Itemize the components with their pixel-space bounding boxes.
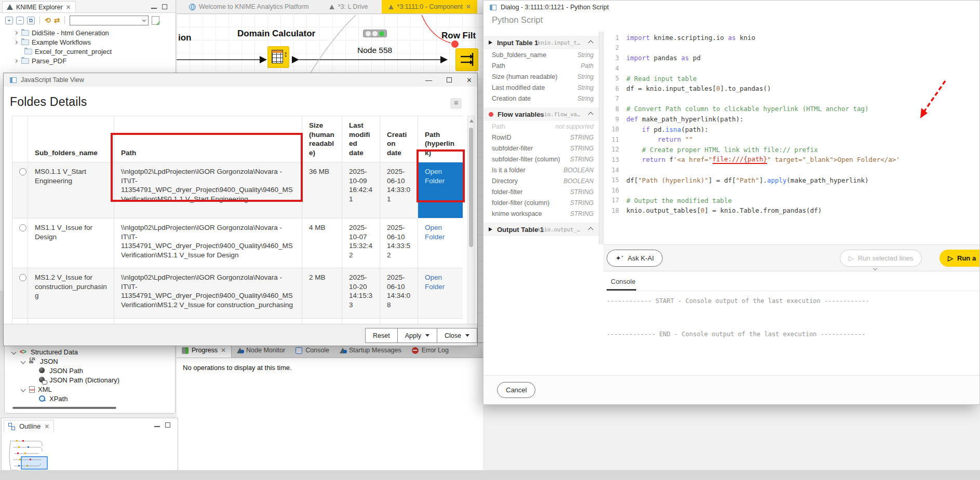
variable-row[interactable]: folder-filterSTRING xyxy=(484,186,599,197)
variable-row[interactable]: knime workspaceSTRING xyxy=(484,208,599,219)
open-folder-link[interactable]: Open Folder xyxy=(425,168,445,185)
chevron-up-icon[interactable] xyxy=(588,227,594,232)
ask-kai-button[interactable]: ✦+ Ask K-AI xyxy=(607,250,663,267)
variable-row[interactable]: Is it a folderBOOLEAN xyxy=(484,164,599,175)
close-icon[interactable]: ✕ xyxy=(466,3,471,10)
collapse-all-icon[interactable]: ⧉ xyxy=(27,17,35,24)
column-header[interactable]: Creation date xyxy=(380,116,418,162)
refresh-icon[interactable]: ⟲ xyxy=(45,16,51,24)
variable-row[interactable]: Last modified dateString xyxy=(484,82,599,93)
horizontal-scrollbar[interactable] xyxy=(12,407,116,409)
repo-tree-item[interactable]: XPath xyxy=(5,394,175,403)
code-editor[interactable]: 1import knime.scripting.io as knio23impo… xyxy=(603,33,980,244)
repo-tree-item[interactable]: {JSONJSON xyxy=(5,356,175,366)
window-icon xyxy=(10,77,17,83)
repo-tree-item[interactable]: XML xyxy=(5,385,175,394)
editor-tab[interactable]: *3:1111:0 - Component✕ xyxy=(382,0,478,13)
variable-row[interactable]: folder-filter (column)STRING xyxy=(484,197,599,208)
domain-calculator-node[interactable]: ↕ xyxy=(267,46,289,68)
close-icon[interactable]: ✕ xyxy=(466,76,472,84)
close-icon[interactable]: ✕ xyxy=(44,423,49,430)
variable-row[interactable]: subfolder-filter (column)STRING xyxy=(484,154,599,164)
repo-tree-item[interactable]: JSON Path (Dictionary) xyxy=(5,375,175,385)
explorer-tree-item[interactable]: Parse_PDF xyxy=(0,56,176,65)
panel-splitter[interactable] xyxy=(599,32,603,244)
variable-row[interactable]: RowIDSTRING xyxy=(484,132,599,143)
sync-icon[interactable]: ⇄ xyxy=(54,16,60,24)
expand-chevron-icon[interactable] xyxy=(21,387,26,392)
code-token xyxy=(626,156,642,163)
section-header[interactable]: Flow variablesknio.flow_va… xyxy=(484,107,599,121)
radio-button[interactable] xyxy=(19,224,26,231)
console-collapse-icon[interactable] xyxy=(873,266,877,270)
variable-row[interactable]: Pathnot supported xyxy=(484,121,599,132)
repo-tree-item[interactable]: JSON Path xyxy=(5,366,175,375)
expand-chevron-icon[interactable] xyxy=(11,349,17,354)
chevron-up-icon[interactable] xyxy=(588,112,594,117)
variable-row[interactable]: Creation dateString xyxy=(484,93,599,104)
explorer-tree-item[interactable]: DidiSite - html Generation xyxy=(0,28,176,37)
expand-all-icon[interactable]: + xyxy=(5,17,13,24)
open-folder-link[interactable]: Open Folder xyxy=(425,273,445,291)
minimap-viewport[interactable] xyxy=(21,457,47,469)
dialog-titlebar[interactable]: Dialog - 3:1111:0:1121 - Python Script xyxy=(484,1,979,14)
editor-tab[interactable]: Welcome to KNIME Analytics Platform xyxy=(183,0,315,13)
run-selected-lines-button[interactable]: ▷ Run selected lines xyxy=(840,250,922,267)
expand-chevron-icon[interactable] xyxy=(14,59,18,62)
expand-chevron-icon[interactable] xyxy=(21,359,26,364)
scrollbar-thumb[interactable] xyxy=(469,128,473,247)
code-line: 14 xyxy=(603,165,980,175)
variable-row[interactable]: Sub_folders_nameString xyxy=(484,49,599,60)
scroll-up-icon[interactable] xyxy=(469,119,474,122)
variable-row[interactable]: PathPath xyxy=(484,60,599,71)
maximize-icon[interactable] xyxy=(165,422,170,428)
explorer-tree-item[interactable]: Example Workflows xyxy=(0,37,176,47)
tab-knime-explorer[interactable]: KNIME Explorer ✕ xyxy=(2,1,76,12)
explorer-filter-input[interactable] xyxy=(70,16,149,25)
minimize-icon[interactable] xyxy=(151,4,157,9)
tree-item-label: Structured Data xyxy=(31,348,78,356)
editor-tab[interactable]: *3: L Drive xyxy=(323,0,374,13)
expand-chevron-icon[interactable] xyxy=(14,31,18,34)
minimize-icon[interactable] xyxy=(154,422,160,427)
column-header[interactable]: Last modified date xyxy=(342,116,380,162)
row-filter-node[interactable] xyxy=(455,48,478,71)
close-icon[interactable]: ✕ xyxy=(66,4,71,11)
dialog-titlebar[interactable]: JavaScript Table View — ✕ xyxy=(4,73,477,87)
chevron-up-icon[interactable] xyxy=(588,40,594,45)
minimize-icon[interactable]: — xyxy=(425,76,432,84)
section-header[interactable]: Output Table 1knio.output_… xyxy=(484,223,599,236)
tab-outline[interactable]: Outline ✕ xyxy=(4,420,54,432)
open-folder-link[interactable]: Open Folder xyxy=(425,224,445,241)
column-header[interactable]: Path xyxy=(114,116,302,162)
maximize-icon[interactable] xyxy=(447,77,452,83)
code-token: df = knio.input_tables[ xyxy=(626,85,716,92)
column-header[interactable]: Size (human readable) xyxy=(302,116,342,162)
radio-button[interactable] xyxy=(19,168,26,175)
table-menu-button[interactable]: ≡ xyxy=(450,98,462,109)
vertical-scrollbar[interactable] xyxy=(467,116,475,325)
variable-row[interactable]: Size (human readable)String xyxy=(484,71,599,82)
python-script-dialog: Dialog - 3:1111:0:1121 - Python Script P… xyxy=(483,0,980,405)
variable-row[interactable]: subfolder-filterSTRING xyxy=(484,143,599,154)
apply-button[interactable]: Apply xyxy=(397,328,437,342)
tab-console[interactable]: Console xyxy=(611,278,636,285)
collapse-icon[interactable]: − xyxy=(16,17,24,24)
column-header[interactable]: Path (hyperlink) xyxy=(418,116,463,162)
radio-button[interactable] xyxy=(19,274,26,281)
reset-button[interactable]: Reset xyxy=(366,328,397,342)
close-button[interactable]: Close xyxy=(437,328,477,342)
section-header[interactable]: Input Table 1knio.input_t… xyxy=(484,36,599,49)
run-button[interactable]: ▷ Run a xyxy=(939,250,980,267)
explorer-tree-item[interactable]: Excel_for_current_project xyxy=(0,47,176,56)
chevron-down-icon[interactable] xyxy=(142,18,146,21)
variable-row[interactable]: DirectoryBOOLEAN xyxy=(484,175,599,186)
expand-chevron-icon[interactable] xyxy=(14,40,18,44)
maximize-icon[interactable] xyxy=(162,4,167,9)
cancel-button[interactable]: Cancel xyxy=(497,382,535,398)
repo-tree-item[interactable]: <>Structured Data xyxy=(5,347,175,356)
validated-workflow-icon[interactable] xyxy=(152,16,159,25)
column-header[interactable]: Sub_folders_name xyxy=(28,116,114,162)
code-token: '<a href=" xyxy=(673,156,712,163)
close-icon[interactable]: ✕ xyxy=(221,347,226,354)
